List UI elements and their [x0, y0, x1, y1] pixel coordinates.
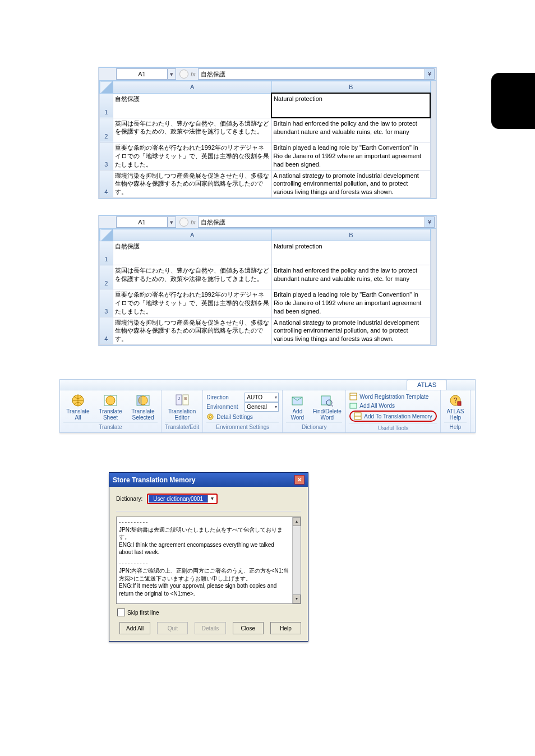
col-header-b[interactable]: B: [271, 81, 430, 94]
add-word-icon: [289, 393, 306, 408]
list-item[interactable]: ---------- JPN:同封の封筒にてご返送下さい。 ENG:Please…: [119, 601, 298, 604]
list-item[interactable]: ---------- JPN:内容ご確認の上、正副の両方にご署名のうえ、正の方を…: [119, 560, 298, 598]
scroll-down-icon[interactable]: ▾: [293, 594, 301, 603]
col-header-a[interactable]: A: [113, 81, 271, 94]
svg-rect-23: [458, 402, 461, 405]
side-tab: [491, 73, 535, 129]
btn-label: Translate All: [63, 408, 93, 421]
cell[interactable]: 自然保護: [113, 241, 271, 265]
worksheet-table[interactable]: A B 1 自然保護 Natural protection 2 英国は長年にわた…: [99, 229, 431, 345]
vertical-scrollbar[interactable]: [431, 81, 436, 198]
cell[interactable]: Britain played a leading role by "Earth …: [271, 289, 430, 317]
formula-input[interactable]: 自然保護: [198, 216, 425, 228]
group-translate: Translate All Translate Sheet Translate …: [60, 390, 162, 432]
atlas-help-button[interactable]: ? ATLAS Help: [444, 393, 467, 421]
add-word-button[interactable]: Add Word: [286, 393, 308, 421]
cell[interactable]: Britain had enforced the policy and the …: [271, 265, 430, 289]
cell[interactable]: Natural protection: [271, 93, 430, 118]
cell[interactable]: 自然保護: [113, 93, 271, 118]
expand-formula-bar-icon[interactable]: ¥: [425, 216, 435, 228]
tm-icon: [354, 412, 362, 420]
add-all-button[interactable]: Add All: [119, 622, 150, 634]
cell[interactable]: 環境汚染を抑制しつつ産業発展を促進させたり、多様な生物や森林を保護するための国家…: [113, 170, 271, 198]
col-header-b[interactable]: B: [271, 229, 430, 241]
tgt-text: ENG:I think the agreement encompasses ev…: [119, 541, 289, 556]
checkbox-icon[interactable]: [117, 609, 125, 616]
formula-input[interactable]: 自然保護: [198, 68, 425, 80]
cell[interactable]: Britain played a leading role by "Earth …: [271, 142, 430, 170]
svg-text:?: ?: [454, 397, 458, 404]
combo-value: AUTO: [247, 394, 262, 400]
dictionary-select[interactable]: User dictionary0001 ▾: [147, 494, 218, 504]
row-header[interactable]: 1: [100, 93, 113, 118]
find-delete-word-button[interactable]: Find/Delete Word: [312, 393, 342, 421]
name-box-dropdown[interactable]: ▾: [168, 68, 176, 80]
row-header[interactable]: 4: [100, 317, 113, 345]
combo-label: Environment: [206, 404, 242, 410]
cell[interactable]: A national strategy to promote industria…: [271, 170, 430, 198]
select-all-corner[interactable]: [100, 81, 113, 94]
list-item[interactable]: ---------- JPN:契約書は先週ご説明いたしました点をすべて包含してお…: [119, 518, 298, 556]
col-header-a[interactable]: A: [113, 229, 271, 241]
select-all-corner[interactable]: [100, 229, 113, 241]
worksheet-table[interactable]: A B 1 自然保護 Natural protection 2 英国は長年にわた…: [99, 81, 431, 198]
preview-list[interactable]: ---------- JPN:契約書は先週ご説明いたしました点をすべて包含してお…: [116, 517, 301, 604]
preview-scrollbar[interactable]: ▴ ▾: [292, 517, 301, 603]
environment-combo[interactable]: Environment General▾: [206, 402, 279, 412]
chevron-down-icon[interactable]: ▾: [275, 404, 278, 409]
cell[interactable]: Natural protection: [271, 241, 430, 265]
close-button[interactable]: Close: [233, 622, 264, 634]
cell[interactable]: 重要な条約の署名が行なわれた1992年のリオデジャネイロでの「地球サミット」で、…: [113, 289, 271, 317]
excel-grid-2: A1 ▾ fx 自然保護 ¥ A B 1 自然保護 Natural protec…: [99, 215, 436, 345]
expand-formula-bar-icon[interactable]: ¥: [425, 68, 435, 80]
close-icon[interactable]: ✕: [294, 475, 305, 485]
add-to-translation-memory-link[interactable]: Add To Translation Memory: [349, 411, 437, 422]
cell[interactable]: 環境汚染を抑制しつつ産業発展を促進させたり、多様な生物や森林を保護するための国家…: [113, 317, 271, 345]
btn-label: Add Word: [286, 408, 308, 421]
translate-sheet-button[interactable]: Translate Sheet: [96, 393, 125, 421]
cell[interactable]: 重要な条約の署名が行なわれた1992年のリオデジャネイロでの「地球サミット」で、…: [113, 142, 271, 170]
word-registration-template-link[interactable]: Word Registration Template: [349, 393, 428, 400]
row-header[interactable]: 3: [100, 142, 113, 170]
skip-first-line-checkbox[interactable]: Skip first line: [117, 609, 301, 616]
chevron-down-icon[interactable]: ▾: [207, 495, 216, 503]
name-box[interactable]: A1: [116, 68, 168, 80]
row-header[interactable]: 4: [100, 170, 113, 198]
chevron-down-icon[interactable]: ▾: [275, 395, 278, 400]
translate-all-button[interactable]: Translate All: [63, 393, 93, 421]
group-title: Translate/Edit: [165, 422, 199, 430]
direction-combo[interactable]: Direction AUTO▾: [206, 393, 279, 402]
cell[interactable]: 英国は長年にわたり、豊かな自然や、価値ある遺跡などを保護するための、政策や法律を…: [113, 265, 271, 289]
name-box[interactable]: A1: [116, 216, 168, 228]
quit-button[interactable]: Quit: [157, 622, 188, 634]
globe-selected-icon: [135, 393, 151, 408]
detail-settings-link[interactable]: Detail Settings: [206, 413, 252, 421]
fx-icon[interactable]: fx: [191, 219, 196, 225]
translate-selected-button[interactable]: Translate Selected: [128, 393, 158, 421]
link-label: Add All Words: [359, 403, 395, 409]
btn-label: Find/Delete Word: [312, 408, 342, 421]
row-header[interactable]: 2: [100, 118, 113, 142]
divider: [116, 511, 301, 512]
btn-label: Translation Editor: [168, 408, 197, 421]
help-button[interactable]: Help: [270, 622, 301, 634]
add-all-words-link[interactable]: Add All Words: [349, 402, 395, 409]
translation-editor-button[interactable]: JE Translation Editor: [168, 393, 197, 421]
fx-icon[interactable]: fx: [191, 71, 196, 77]
cell[interactable]: A national strategy to promote industria…: [271, 317, 430, 345]
link-label: Add To Translation Memory: [364, 413, 432, 420]
details-button[interactable]: Details: [195, 622, 225, 634]
globe-icon: [70, 393, 86, 408]
row-header[interactable]: 1: [100, 241, 113, 265]
tab-atlas[interactable]: ATLAS: [407, 380, 447, 390]
cell[interactable]: 英国は長年にわたり、豊かな自然や、価値ある遺跡などを保護するための、政策や法律を…: [113, 118, 271, 142]
row-header[interactable]: 3: [100, 289, 113, 317]
svg-rect-5: [137, 395, 142, 405]
row-header[interactable]: 2: [100, 265, 113, 289]
cell[interactable]: Britain had enforced the policy and the …: [271, 118, 430, 142]
group-environment: Direction AUTO▾ Environment General▾ Det…: [203, 390, 283, 432]
svg-rect-13: [321, 396, 330, 405]
scroll-up-icon[interactable]: ▴: [293, 517, 301, 526]
vertical-scrollbar[interactable]: [431, 229, 436, 345]
name-box-dropdown[interactable]: ▾: [168, 216, 176, 228]
